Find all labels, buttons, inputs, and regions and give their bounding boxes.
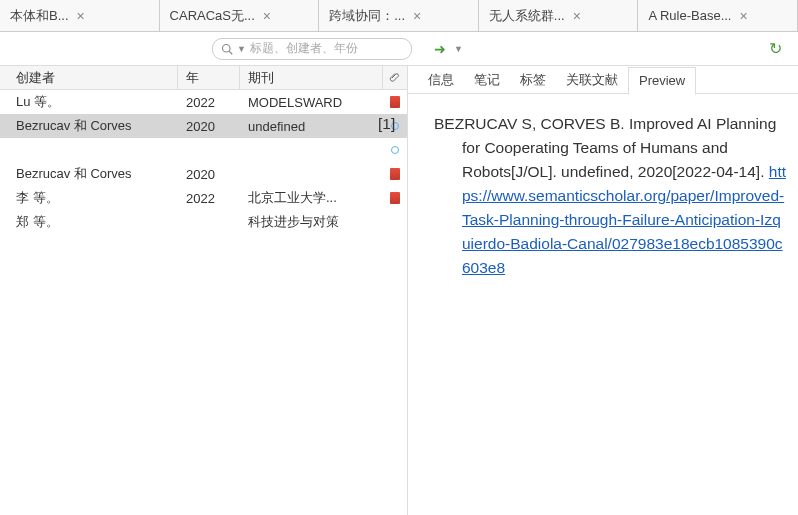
doc-tab-1[interactable]: CARACaS无... × [160, 0, 320, 31]
refresh-icon[interactable]: ↻ [769, 39, 782, 58]
forward-arrow-icon[interactable]: ➜ [434, 41, 446, 57]
close-icon[interactable]: × [413, 8, 421, 24]
col-attachment[interactable] [383, 66, 407, 89]
cell-creator: 李 等。 [0, 189, 178, 207]
toolbar: ▼ 标题、创建者、年份 ➜ ▼ ↻ [0, 32, 798, 66]
cell-creator: 郑 等。 [0, 213, 178, 231]
cell-attachment [383, 96, 407, 108]
chevron-down-icon[interactable]: ▼ [454, 44, 463, 54]
doc-tab-0[interactable]: 本体和B... × [0, 0, 160, 31]
citation-number: [1] [406, 112, 434, 136]
cell-journal: 北京工业大学... [240, 189, 383, 207]
cell-attachment [383, 168, 407, 180]
detail-tabs: 信息笔记标签关联文献Preview [408, 66, 798, 94]
doc-tab-3[interactable]: 无人系统群... × [479, 0, 639, 31]
search-placeholder: 标题、创建者、年份 [250, 40, 403, 57]
detail-tab-信息[interactable]: 信息 [418, 66, 464, 94]
main-area: 创建者 年 期刊 Lu 等。2022MODELSWARDBezrucav 和 C… [0, 66, 798, 515]
detail-tab-Preview[interactable]: Preview [628, 67, 696, 95]
doc-tab-4[interactable]: A Rule-Base... × [638, 0, 798, 31]
detail-tab-笔记[interactable]: 笔记 [464, 66, 510, 94]
table-row[interactable]: 郑 等。科技进步与对策 [0, 210, 407, 234]
items-rows: Lu 等。2022MODELSWARDBezrucav 和 Corves2020… [0, 90, 407, 234]
items-list-pane: 创建者 年 期刊 Lu 等。2022MODELSWARDBezrucav 和 C… [0, 66, 408, 515]
close-icon[interactable]: × [739, 8, 747, 24]
svg-point-0 [223, 44, 231, 52]
close-icon[interactable]: × [573, 8, 581, 24]
cell-attachment [383, 192, 407, 204]
paperclip-icon [389, 72, 401, 84]
tab-label: A Rule-Base... [648, 8, 731, 23]
cell-creator: Bezrucav 和 Corves [0, 117, 178, 135]
close-icon[interactable]: × [77, 8, 85, 24]
doc-tab-2[interactable]: 跨域协同：... × [319, 0, 479, 31]
table-row[interactable]: Bezrucav 和 Corves2020undefined [0, 114, 407, 138]
table-row[interactable]: Bezrucav 和 Corves2020 [0, 162, 407, 186]
cell-year: 2022 [178, 191, 240, 206]
cell-creator: Lu 等。 [0, 93, 178, 111]
col-year[interactable]: 年 [178, 66, 240, 89]
tab-label: 本体和B... [10, 7, 69, 25]
cell-creator: Bezrucav 和 Corves [0, 165, 178, 183]
document-tabs-bar: 本体和B... × CARACaS无... × 跨域协同：... × 无人系统群… [0, 0, 798, 32]
search-icon [221, 43, 233, 55]
detail-tab-标签[interactable]: 标签 [510, 66, 556, 94]
pdf-icon [390, 192, 400, 204]
detail-tab-关联文献[interactable]: 关联文献 [556, 66, 628, 94]
citation-text: BEZRUCAV S, CORVES B. Improved AI Planni… [434, 115, 776, 180]
tab-label: CARACaS无... [170, 7, 255, 25]
close-icon[interactable]: × [263, 8, 271, 24]
chevron-down-icon[interactable]: ▼ [237, 44, 246, 54]
pdf-icon [390, 96, 400, 108]
table-row[interactable] [0, 138, 407, 162]
detail-pane: 信息笔记标签关联文献Preview [1]BEZRUCAV S, CORVES … [408, 66, 798, 515]
table-row[interactable]: Lu 等。2022MODELSWARD [0, 90, 407, 114]
col-journal[interactable]: 期刊 [240, 66, 383, 89]
tab-label: 无人系统群... [489, 7, 565, 25]
preview-panel: [1]BEZRUCAV S, CORVES B. Improved AI Pla… [408, 94, 798, 280]
col-creator[interactable]: 创建者 [0, 66, 178, 89]
tab-label: 跨域协同：... [329, 7, 405, 25]
cell-year: 2020 [178, 119, 240, 134]
snapshot-icon [391, 146, 399, 154]
column-headers: 创建者 年 期刊 [0, 66, 407, 90]
table-row[interactable]: 李 等。2022北京工业大学... [0, 186, 407, 210]
cell-journal: undefined [240, 119, 383, 134]
cell-journal: MODELSWARD [240, 95, 383, 110]
cell-year: 2022 [178, 95, 240, 110]
cell-year: 2020 [178, 167, 240, 182]
svg-line-1 [229, 51, 232, 54]
pdf-icon [390, 168, 400, 180]
cell-journal: 科技进步与对策 [240, 213, 383, 231]
cell-attachment [383, 146, 407, 154]
search-input[interactable]: ▼ 标题、创建者、年份 [212, 38, 412, 60]
